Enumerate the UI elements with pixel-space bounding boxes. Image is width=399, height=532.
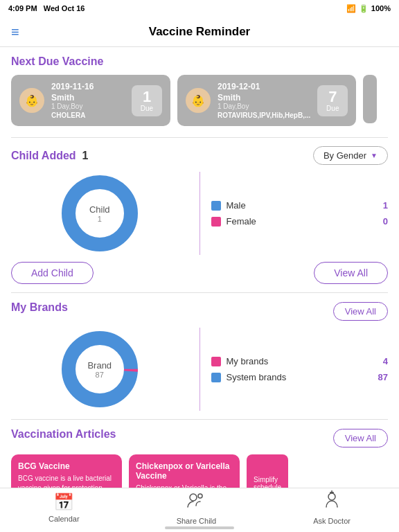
child-donut-label: Child 1 (89, 204, 110, 223)
vaccine-avatar-2: 👶 (186, 88, 211, 113)
home-indicator (165, 526, 234, 529)
my-brands-section: My Brands View All Brand 87 (11, 301, 388, 411)
child-chart-area: Child 1 (11, 172, 188, 255)
svg-point-6 (198, 494, 202, 498)
article-title-1: BCG Vaccine (18, 461, 115, 471)
child-legend-area: Male 1 Female 0 (211, 172, 389, 255)
legend-systembrands: System brands 87 (211, 372, 389, 382)
header-title: Vaccine Reminder (149, 25, 250, 39)
child-added-title: Child Added 1 (11, 150, 88, 162)
vaccine-card-partial (363, 75, 377, 123)
vaccine-card-info-2: 2019-12-01 Smith 1 Day,Boy ROTAVIRUS,IPV… (218, 82, 310, 119)
svg-rect-8 (330, 492, 334, 493)
battery-icon: 🔋 (359, 4, 369, 13)
add-child-button[interactable]: Add Child (11, 262, 94, 284)
vaccine-due-num-2: 7 (324, 89, 341, 105)
by-gender-filter[interactable]: By Gender ▼ (313, 146, 388, 165)
header: ≡ Vaccine Reminder (0, 17, 399, 47)
menu-button[interactable]: ≡ (11, 24, 19, 39)
vaccine-avatar-1: 👶 (19, 88, 44, 113)
vaccine-card-info-1: 2019-11-16 Smith 1 Day,Boy CHOLERA (51, 82, 125, 119)
divider-3 (11, 419, 388, 420)
vaccine-child-age-2: 1 Day,Boy (218, 103, 310, 110)
tab-share-child[interactable]: Share Child (177, 490, 216, 525)
svg-point-7 (328, 493, 335, 500)
status-right: 📶 🔋 100% (346, 4, 391, 13)
next-due-vaccine-title: Next Due Vaccine (11, 55, 388, 68)
articles-cards-list: BCG Vaccine BCG vaccine is a live bacter… (11, 454, 388, 488)
articles-header-row: Vaccination Articles View All (11, 428, 388, 447)
tab-share-child-label: Share Child (177, 517, 216, 525)
wifi-icon: 📶 (346, 4, 356, 13)
vaccine-disease-2: ROTAVIRUS,IPV,Hib,HepB,... (218, 112, 310, 119)
vaccine-due-num-1: 1 (139, 89, 155, 105)
view-all-articles-button[interactable]: View All (333, 429, 388, 447)
tab-bar: 📅 Calendar Share Child Ask Doctor (0, 488, 399, 532)
divider-1 (11, 137, 388, 138)
brands-header-row: My Brands View All (11, 301, 388, 321)
child-action-buttons: Add Child View All (11, 262, 388, 284)
article-title-2: Chickenpox or Varicella Vaccine (136, 461, 233, 481)
brands-donut-label: Brand 87 (87, 360, 112, 379)
tab-ask-doctor-label: Ask Doctor (313, 517, 351, 525)
vaccine-due-label-2: Due (324, 105, 341, 112)
vaccine-due-label-1: Due (139, 105, 155, 112)
vaccine-child-name-1: Smith (51, 93, 125, 103)
article-card-1[interactable]: BCG Vaccine BCG vaccine is a live bacter… (11, 454, 122, 488)
brands-title: My Brands (11, 301, 68, 314)
legend-mybrands-dot (211, 357, 221, 366)
vertical-divider-1 (200, 172, 200, 255)
tab-calendar-label: Calendar (48, 515, 80, 523)
legend-mybrands: My brands 4 (211, 356, 389, 366)
child-donut-chart: Child 1 (58, 172, 141, 255)
vaccine-date-1: 2019-11-16 (51, 82, 125, 91)
vaccine-date-2: 2019-12-01 (218, 82, 310, 91)
vaccine-child-age-1: 1 Day,Boy (51, 103, 125, 110)
legend-female-dot (211, 217, 221, 227)
dropdown-arrow-icon: ▼ (371, 152, 378, 159)
brands-chart-area: Brand 87 (11, 328, 188, 411)
vertical-divider-2 (200, 328, 200, 411)
main-content: Next Due Vaccine 👶 2019-11-16 Smith 1 Da… (0, 47, 399, 488)
vaccination-articles-section: Vaccination Articles View All BCG Vaccin… (11, 428, 388, 488)
article-partial-text: Simplify schedule number (254, 476, 281, 488)
vaccine-due-badge-1: 1 Due (132, 85, 162, 116)
divider-2 (11, 292, 388, 293)
article-card-partial: Simplify schedule number (247, 454, 288, 488)
child-added-section: Child Added 1 By Gender ▼ (11, 146, 388, 284)
brands-chart-row: Brand 87 My brands 4 System brands 87 (11, 328, 388, 411)
child-chart-row: Child 1 Male 1 Female 0 (11, 172, 388, 255)
hamburger-icon: ≡ (11, 24, 19, 39)
legend-male-dot (211, 201, 221, 211)
legend-systembrands-dot (211, 373, 221, 382)
view-all-brands-button[interactable]: View All (333, 302, 388, 321)
vaccine-due-badge-2: 7 Due (317, 85, 348, 116)
vaccine-card-1[interactable]: 👶 2019-11-16 Smith 1 Day,Boy CHOLERA 1 D… (11, 75, 170, 126)
vaccine-cards-list: 👶 2019-11-16 Smith 1 Day,Boy CHOLERA 1 D… (11, 75, 388, 126)
child-added-header-row: Child Added 1 By Gender ▼ (11, 146, 388, 165)
legend-female: Female 0 (211, 216, 389, 227)
articles-title: Vaccination Articles (11, 428, 116, 441)
article-text-1: BCG vaccine is a live bacterial vaccine … (18, 474, 115, 488)
share-child-icon (186, 490, 206, 514)
svg-point-5 (190, 494, 197, 501)
tab-calendar[interactable]: 📅 Calendar (48, 493, 80, 523)
brands-legend-area: My brands 4 System brands 87 (211, 328, 389, 411)
tab-ask-doctor[interactable]: Ask Doctor (313, 490, 351, 525)
brands-donut-chart: Brand 87 (58, 328, 141, 411)
vaccine-disease-1: CHOLERA (51, 112, 125, 119)
vaccine-child-name-2: Smith (218, 93, 310, 103)
vaccine-card-2[interactable]: 👶 2019-12-01 Smith 1 Day,Boy ROTAVIRUS,I… (177, 75, 356, 126)
calendar-icon: 📅 (53, 493, 74, 512)
legend-male: Male 1 (211, 200, 389, 211)
status-bar: 4:09 PM Wed Oct 16 📶 🔋 100% (0, 0, 399, 17)
next-due-vaccine-section: Next Due Vaccine 👶 2019-11-16 Smith 1 Da… (11, 55, 388, 126)
status-time: 4:09 PM Wed Oct 16 (8, 4, 85, 12)
ask-doctor-icon (322, 490, 342, 514)
article-card-2[interactable]: Chickenpox or Varicella Vaccine Chickenp… (129, 454, 240, 488)
view-all-children-button[interactable]: View All (314, 262, 388, 284)
